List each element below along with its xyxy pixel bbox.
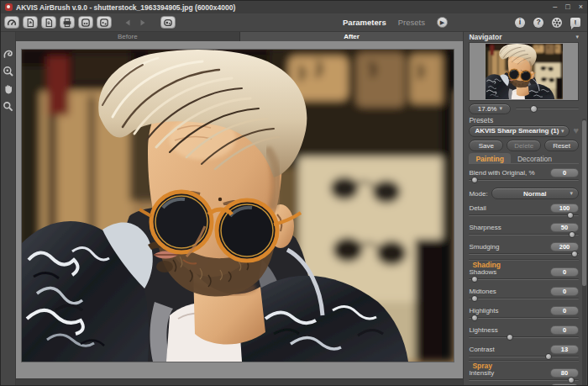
print-icon[interactable] [60, 16, 75, 29]
slider-track [469, 253, 579, 255]
param-shadows-slider[interactable] [469, 276, 579, 283]
param-value[interactable]: 0 [550, 267, 579, 277]
delete-button[interactable]: Delete [507, 140, 541, 151]
slider-track [469, 298, 579, 299]
zoom-slider-handle[interactable] [530, 105, 538, 113]
settings-panel: Navigator ▾ 17.6% ▾ Presets AKVIS Sh [463, 32, 587, 386]
slider-track [469, 179, 579, 181]
tab-parameters[interactable]: Parameters [343, 18, 386, 27]
slider-handle[interactable] [545, 353, 552, 360]
param-contrast: Contrast 13 [469, 345, 579, 353]
navigator-thumbnail-image [486, 44, 563, 99]
redo-icon[interactable] [137, 17, 149, 29]
favorite-heart-icon[interactable]: ♥ [573, 126, 579, 135]
param-value[interactable]: 100 [550, 204, 579, 213]
param-value[interactable]: 200 [550, 242, 579, 251]
preset-row: AKVIS Sharp Smearing (1) ▾ ♥ [469, 124, 579, 137]
share-icon[interactable] [78, 16, 93, 29]
reset-button[interactable]: Reset [544, 140, 579, 151]
tab-decoration[interactable]: Decoration [511, 153, 559, 163]
slider-handle[interactable] [507, 334, 513, 341]
image-canvas[interactable] [16, 41, 463, 378]
navigator-header: Navigator ▾ [469, 32, 579, 42]
param-intensity-slider[interactable] [469, 377, 579, 383]
param-value[interactable]: 0 [550, 306, 579, 315]
play-button[interactable]: ▶ [437, 17, 448, 28]
tab-presets[interactable]: Presets [398, 18, 425, 27]
tools-sidebar [1, 32, 16, 386]
slider-handle[interactable] [471, 276, 478, 283]
share-alt-icon[interactable] [97, 16, 112, 29]
param-value[interactable]: 0 [550, 168, 579, 177]
preferences-gear-icon[interactable] [552, 18, 562, 28]
param-midtones-slider[interactable] [469, 295, 579, 302]
preset-dropdown[interactable]: AKVIS Sharp Smearing (1) ▾ [469, 125, 570, 137]
param-label: Detail [469, 204, 486, 212]
tab-painting[interactable]: Painting [469, 153, 511, 163]
param-value[interactable]: 80 [550, 368, 579, 378]
slider-handle[interactable] [471, 177, 478, 183]
param-detail-slider[interactable] [469, 212, 579, 219]
param-lightness: Lightness 0 [469, 325, 579, 334]
app-logo-icon [5, 3, 13, 11]
param-value[interactable]: 13 [550, 345, 579, 354]
param-sharpness-slider[interactable] [469, 231, 579, 238]
canvas-bottom-strip [16, 378, 463, 386]
zoom-tool-icon[interactable] [2, 100, 13, 112]
zoom-value: 17.6% [478, 105, 497, 113]
param-value[interactable]: 50 [550, 223, 579, 232]
slider-handle[interactable] [471, 315, 478, 321]
slider-track [469, 336, 579, 338]
mode-value: Normal [523, 190, 547, 198]
slider-handle[interactable] [571, 251, 578, 257]
help-icon[interactable]: ? [533, 18, 543, 28]
zoom-slider[interactable] [516, 103, 579, 114]
chevron-down-icon: ▾ [570, 190, 573, 197]
tab-after[interactable]: After [240, 32, 464, 41]
maximize-button[interactable]: □ [565, 3, 570, 11]
chevron-down-icon: ▾ [561, 128, 564, 135]
hand-tool-icon[interactable] [2, 82, 13, 94]
navigator-thumbnail[interactable] [469, 42, 579, 101]
param-contrast-slider[interactable] [469, 353, 579, 360]
save-file-icon[interactable] [41, 16, 56, 29]
direction-tool-icon[interactable] [2, 47, 13, 59]
param-value[interactable]: 0 [550, 325, 579, 335]
param-blend-slider[interactable] [469, 177, 579, 183]
view-tabs: Before After [16, 32, 463, 41]
zoom-value-dropdown[interactable]: 17.6% ▾ [469, 103, 511, 114]
param-lightness-slider[interactable] [469, 334, 579, 341]
save-button[interactable]: Save [469, 140, 503, 151]
info-icon[interactable]: i [515, 18, 525, 28]
param-label: Highlights [469, 307, 498, 315]
panel-scrollbar[interactable] [582, 119, 586, 386]
slider-track [469, 214, 579, 216]
scrollbar-thumb[interactable] [582, 120, 586, 286]
zoom-controls: 17.6% ▾ [469, 103, 579, 114]
tab-before[interactable]: Before [16, 32, 240, 41]
undo-icon[interactable] [122, 17, 134, 29]
param-smudging-slider[interactable] [469, 251, 579, 257]
workspace-gauge-icon[interactable] [4, 16, 19, 29]
param-label: Lightness [469, 326, 497, 334]
slider-handle[interactable] [569, 231, 575, 238]
param-highlights-slider[interactable] [469, 315, 579, 321]
slider-track [469, 234, 579, 235]
preset-buttons: Save Delete Reset [469, 140, 579, 151]
close-button[interactable]: × [579, 3, 583, 11]
mode-dropdown[interactable]: Normal ▾ [491, 188, 579, 199]
param-value[interactable]: 0 [550, 287, 579, 296]
slider-handle[interactable] [568, 377, 575, 383]
navigator-collapse-icon[interactable]: ▾ [575, 34, 579, 40]
param-label: Intensity [469, 369, 494, 377]
param-label: Midtones [469, 288, 496, 295]
open-file-icon[interactable] [23, 16, 38, 29]
presets-label: Presets [469, 116, 579, 124]
batch-processing-icon[interactable] [160, 16, 176, 29]
param-value[interactable] [550, 383, 579, 386]
slider-handle[interactable] [567, 212, 574, 219]
history-brush-tool-icon[interactable] [2, 65, 13, 77]
minimize-button[interactable]: – [553, 3, 557, 11]
slider-handle[interactable] [471, 295, 478, 302]
feedback-icon[interactable]: ! [570, 18, 580, 27]
